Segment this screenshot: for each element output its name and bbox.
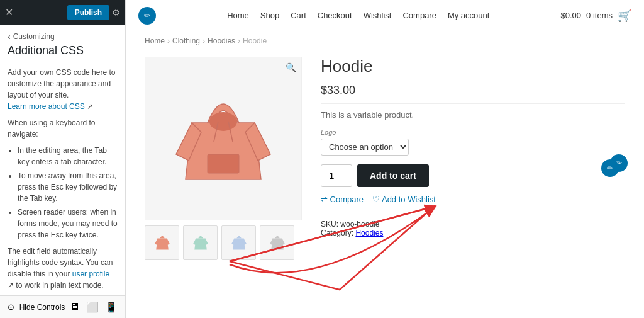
edit-pencils: ✏ ✏: [601, 154, 619, 177]
thumbnail-3[interactable]: [221, 225, 256, 260]
nav-compare[interactable]: Compare: [402, 11, 436, 20]
thumbnail-4[interactable]: [260, 225, 294, 260]
breadcrumb-home[interactable]: Home: [145, 37, 165, 45]
tip-3: Screen reader users: when in forms mode,…: [18, 207, 118, 241]
zoom-icon[interactable]: 🔍: [286, 62, 296, 72]
hide-controls-icon: ⊙: [8, 302, 14, 312]
add-to-cart-row: Add to cart: [321, 164, 625, 187]
product-sku: SKU: woo-hoodie: [321, 220, 625, 229]
product-main-image: 🔍: [145, 57, 302, 220]
page-breadcrumb: Home › Clothing › Hoodies › Hoodie: [126, 31, 644, 50]
product-price: $33.00: [321, 84, 625, 97]
panel-footer: ⊙ Hide Controls 🖥 ⬜ 📱: [0, 295, 125, 318]
edit-pencil-2[interactable]: ✏: [601, 159, 619, 177]
preview-area: ✏ Home Shop Cart Checkout Wishlist Compa…: [126, 0, 644, 318]
cart-total: $0.00: [561, 11, 582, 20]
desktop-icon[interactable]: 🖥: [70, 301, 80, 313]
cart-icon[interactable]: 🛒: [618, 9, 631, 23]
panel-back-button[interactable]: ‹: [8, 31, 11, 42]
mobile-icon[interactable]: 📱: [105, 301, 118, 313]
top-bar: ✕ Publish ⚙: [0, 0, 125, 25]
breadcrumb-clothing[interactable]: Clothing: [172, 37, 200, 45]
breadcrumb-sep1: ›: [167, 37, 170, 45]
device-switcher: 🖥 ⬜ 📱: [70, 301, 118, 313]
quantity-input[interactable]: [321, 164, 352, 187]
panel-title: Additional CSS: [8, 44, 118, 57]
settings-button[interactable]: ⚙: [112, 8, 120, 18]
product-description: This is a variable product.: [321, 103, 625, 120]
tablet-icon[interactable]: ⬜: [86, 301, 99, 313]
category-link[interactable]: Hoodies: [355, 229, 383, 237]
nav-myaccount[interactable]: My account: [448, 11, 489, 20]
cart-items: 0 items: [586, 11, 613, 20]
add-to-cart-button[interactable]: Add to cart: [357, 164, 429, 187]
product-links: ⇌ Compare ♡ Add to Wishlist: [321, 195, 625, 204]
left-panel: ✕ Publish ⚙ ‹ Customizing Additional CSS…: [0, 0, 126, 318]
publish-button[interactable]: Publish: [67, 5, 109, 20]
breadcrumb-sep3: ›: [238, 37, 240, 45]
keyboard-heading: When using a keyboard to navigate:: [8, 117, 118, 140]
site-header: ✏ Home Shop Cart Checkout Wishlist Compa…: [126, 0, 644, 31]
keyboard-tips: In the editing area, the Tab key enters …: [18, 145, 118, 241]
breadcrumb-current: Hoodie: [243, 37, 267, 45]
hide-controls-label[interactable]: Hide Controls: [19, 303, 65, 312]
nav-checkout[interactable]: Checkout: [318, 11, 352, 20]
compare-link[interactable]: ⇌ Compare: [321, 195, 364, 204]
variation-select[interactable]: Choose an option: [321, 139, 409, 156]
product-category: Category: Hoodies: [321, 229, 625, 237]
nav-home[interactable]: Home: [227, 11, 249, 20]
user-profile-link[interactable]: user profile: [72, 270, 109, 278]
svg-rect-1: [208, 154, 239, 173]
wishlist-link[interactable]: ♡ Add to Wishlist: [372, 195, 436, 204]
breadcrumb-sep2: ›: [203, 37, 205, 45]
variation-label: Logo: [321, 128, 625, 136]
panel-desc2: The edit field automatically highlights …: [8, 246, 118, 291]
nav-shop[interactable]: Shop: [260, 11, 279, 20]
sku-value: woo-hoodie: [340, 220, 379, 229]
product-title: Hoodie: [321, 57, 625, 76]
thumbnail-1[interactable]: [145, 225, 179, 260]
panel-breadcrumb: ‹ Customizing: [8, 31, 118, 42]
panel-breadcrumb-text: Customizing: [13, 32, 55, 41]
cart-area: $0.00 0 items 🛒: [561, 9, 631, 23]
product-meta: SKU: woo-hoodie Category: Hoodies: [321, 213, 625, 237]
hoodie-illustration: [173, 72, 274, 205]
publish-area: Publish ⚙: [67, 5, 120, 20]
breadcrumb-hoodies[interactable]: Hoodies: [208, 37, 235, 45]
site-preview: ✏ Home Shop Cart Checkout Wishlist Compa…: [126, 0, 644, 318]
product-info: ✏ ✏ Hoodie $33.00 This is a variable pro…: [321, 57, 625, 260]
site-nav: Home Shop Cart Checkout Wishlist Compare…: [227, 11, 489, 20]
panel-desc1: Add your own CSS code here to customize …: [8, 67, 118, 112]
thumbnail-2[interactable]: [183, 225, 218, 260]
product-thumbnails: [145, 225, 302, 260]
panel-header: ‹ Customizing Additional CSS: [0, 25, 125, 60]
close-customizer-button[interactable]: ✕: [5, 8, 13, 18]
panel-content: Add your own CSS code here to customize …: [0, 60, 125, 295]
learn-css-link[interactable]: Learn more about CSS: [8, 102, 85, 111]
product-section: 🔍: [126, 50, 644, 273]
header-edit-button[interactable]: ✏: [138, 7, 156, 25]
nav-wishlist[interactable]: Wishlist: [364, 11, 392, 20]
tip-1: In the editing area, the Tab key enters …: [18, 145, 118, 168]
tip-2: To move away from this area, press the E…: [18, 170, 118, 204]
svg-point-0: [209, 112, 237, 131]
product-images: 🔍: [145, 57, 302, 260]
nav-cart[interactable]: Cart: [291, 11, 306, 20]
